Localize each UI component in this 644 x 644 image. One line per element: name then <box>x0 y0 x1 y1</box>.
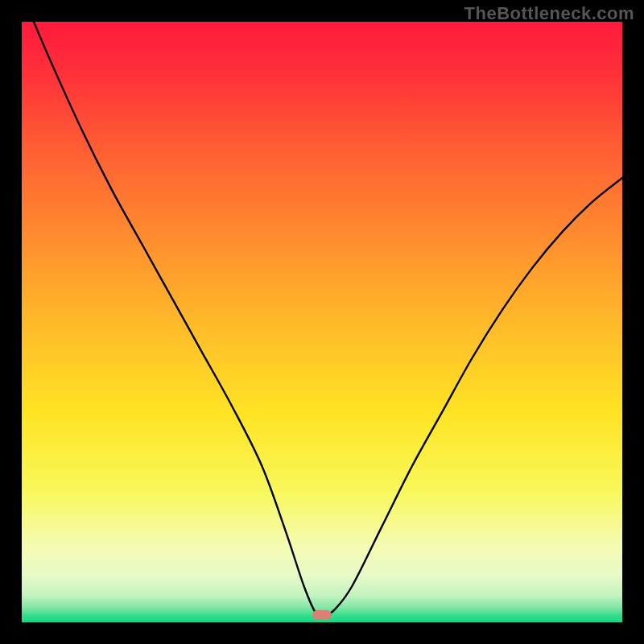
watermark-text: TheBottleneck.com <box>464 3 634 24</box>
plot-area <box>22 22 622 622</box>
optimal-marker <box>312 610 332 620</box>
chart-svg <box>22 22 622 622</box>
chart-frame: TheBottleneck.com <box>0 0 644 644</box>
gradient-background <box>22 22 622 622</box>
